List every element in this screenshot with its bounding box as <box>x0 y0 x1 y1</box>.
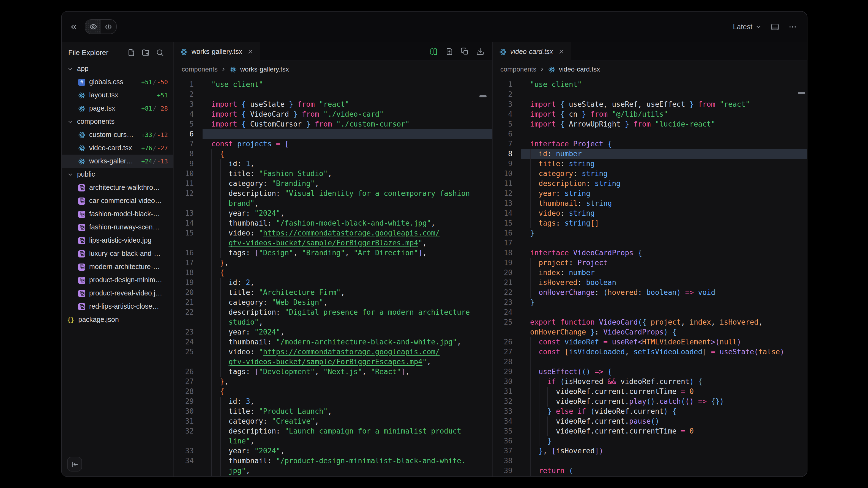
line-number: 25 <box>493 318 521 327</box>
code-text: index: number <box>521 268 807 278</box>
code-text: project: Project <box>521 258 807 268</box>
tree-file-works-galler[interactable]: works-galler…+24/-13 <box>62 155 174 168</box>
view-mode-toggle <box>85 19 117 34</box>
code-line: 32 description: "Launch campaign for a m… <box>174 426 492 436</box>
line-number: 33 <box>174 446 203 456</box>
tree-item-label: video-card.tsx <box>89 144 132 152</box>
line-number: 4 <box>174 109 203 119</box>
tree-file-car-commercial-video[interactable]: car-commercial-video… <box>62 194 174 207</box>
tree-file-product-design-minim[interactable]: product-design-minim… <box>62 273 174 287</box>
line-number: 27 <box>493 347 521 357</box>
line-number: 15 <box>174 228 203 238</box>
image-file-icon <box>78 237 85 244</box>
breadcrumb-file[interactable]: video-card.tsx <box>559 65 600 73</box>
collapse-panel-icon[interactable] <box>69 22 78 31</box>
code-line: 29 id: 3, <box>174 397 492 406</box>
tree-file-page.tsx[interactable]: page.tsx+81/-28 <box>62 102 174 115</box>
code-editor-works-gallery[interactable]: 1"use client"23import { useState } from … <box>174 77 492 477</box>
file-explorer-header: File Explorer <box>62 42 174 62</box>
image-file-icon <box>78 290 85 297</box>
tree-file-globals.css[interactable]: #globals.css+51/-50 <box>62 75 174 89</box>
preview-toggle-button[interactable] <box>85 20 101 34</box>
overview-ruler-marker <box>479 95 487 97</box>
tree-file-product-reveal-video.j[interactable]: product-reveal-video.j… <box>62 287 174 300</box>
split-diff-icon[interactable] <box>429 47 438 56</box>
code-line: 27 const [isVideoLoaded, setIsVideoLoade… <box>493 347 807 357</box>
code-text <box>521 238 807 248</box>
diff-stats: +33/-12 <box>141 131 174 138</box>
react-file-icon <box>78 105 85 112</box>
code-text: id: number <box>521 149 807 159</box>
breadcrumb-folder[interactable]: components <box>500 65 536 73</box>
search-icon[interactable] <box>156 48 164 56</box>
code-text <box>521 129 807 139</box>
line-number: 13 <box>493 199 521 208</box>
line-number: 26 <box>493 337 521 347</box>
tree-file-lips-artistic-video.jpg[interactable]: lips-artistic-video.jpg <box>62 234 174 247</box>
new-folder-icon[interactable] <box>142 48 150 56</box>
tabbar-left: works-gallery.tsx <box>174 42 492 61</box>
code-text: videoRef.current.pause() <box>521 417 807 426</box>
file-diff-icon[interactable] <box>445 47 454 56</box>
tree-file-fashion-runway-scen[interactable]: fashion-runway-scen… <box>62 221 174 234</box>
tree-file-luxury-car-black-and-[interactable]: luxury-car-black-and-… <box>62 247 174 260</box>
code-line: 24 thumbnail: "/modern-architecture-blac… <box>174 337 492 347</box>
code-editor-video-card[interactable]: 1"use client"23import { useState, useRef… <box>493 77 807 477</box>
tree-item-label: app <box>77 65 89 73</box>
chevron-right-icon <box>540 67 545 72</box>
tab-video-card[interactable]: video-card.tsx <box>493 42 571 61</box>
code-text: tags: ["Development", "Next.js", "React"… <box>203 367 492 377</box>
tree-file-architecture-walkthro[interactable]: architecture-walkthro… <box>62 181 174 194</box>
line-number: 15 <box>493 219 521 228</box>
panel-bottom-icon[interactable] <box>771 22 779 31</box>
image-file-icon <box>78 184 85 191</box>
code-line: 29 useEffect(() => { <box>493 367 807 377</box>
tree-file-package.json[interactable]: {}package.json <box>62 313 174 326</box>
tree-folder-app[interactable]: app <box>62 62 174 75</box>
breadcrumb-file[interactable]: works-gallery.tsx <box>240 65 289 73</box>
breadcrumb-folder[interactable]: components <box>182 65 218 73</box>
line-number: 24 <box>493 307 521 318</box>
new-file-icon[interactable] <box>127 48 135 56</box>
close-icon[interactable] <box>248 49 253 55</box>
tree-file-red-lips-artistic-close[interactable]: red-lips-artistic-close… <box>62 300 174 313</box>
tree-folder-public[interactable]: public <box>62 168 174 181</box>
tree-file-video-card.tsx[interactable]: video-card.tsx+76/-27 <box>62 141 174 155</box>
code-text: } <box>521 228 807 238</box>
copy-icon[interactable] <box>461 47 469 56</box>
code-line: 14 video: string <box>493 208 807 219</box>
code-text: onHoverChange }: VideoCardProps) { <box>521 327 807 337</box>
tree-file-layout.tsx[interactable]: layout.tsx+51 <box>62 89 174 102</box>
tree-file-modern-architecture-[interactable]: modern-architecture-… <box>62 260 174 273</box>
code-toggle-button[interactable] <box>101 20 116 34</box>
line-number: 17 <box>174 258 203 268</box>
tab-works-gallery[interactable]: works-gallery.tsx <box>174 42 260 61</box>
code-line: 5import { ArrowUpRight } from "lucide-re… <box>493 119 807 129</box>
tab-label: works-gallery.tsx <box>191 48 242 56</box>
tree-item-label: layout.tsx <box>89 91 118 99</box>
collapse-sidebar-button[interactable] <box>67 457 82 471</box>
tree-file-fashion-model-black-[interactable]: fashion-model-black-… <box>62 207 174 221</box>
code-text: thumbnail: string <box>521 199 807 208</box>
line-number: 30 <box>493 377 521 387</box>
code-text: const videoRef = useRef<HTMLVideoElement… <box>521 337 807 347</box>
code-line: 3import { useState } from "react" <box>174 100 492 109</box>
line-number: 30 <box>174 406 203 417</box>
tree-file-custom-curs[interactable]: custom-curs…+33/-12 <box>62 128 174 141</box>
breadcrumb: components video-card.tsx <box>493 61 807 77</box>
code-text: import { useState, useRef, useEffect } f… <box>521 100 807 109</box>
close-icon[interactable] <box>559 49 564 55</box>
editor-window: Latest File Explorer <box>61 11 807 477</box>
tab-actions <box>429 42 492 61</box>
code-line: 18interface VideoCardProps { <box>493 248 807 258</box>
tree-folder-components[interactable]: components <box>62 115 174 128</box>
version-dropdown[interactable]: Latest <box>733 23 762 31</box>
code-line: 34 videoRef.current.pause() <box>493 417 807 426</box>
code-line: 23} <box>493 298 807 307</box>
line-number: 9 <box>174 159 203 169</box>
more-options-icon[interactable] <box>788 22 797 31</box>
line-number: 4 <box>493 109 521 119</box>
code-text: import { CustomCursor } from "./custom-c… <box>203 119 492 129</box>
code-line: 19 id: 2, <box>174 278 492 288</box>
download-icon[interactable] <box>476 47 484 56</box>
